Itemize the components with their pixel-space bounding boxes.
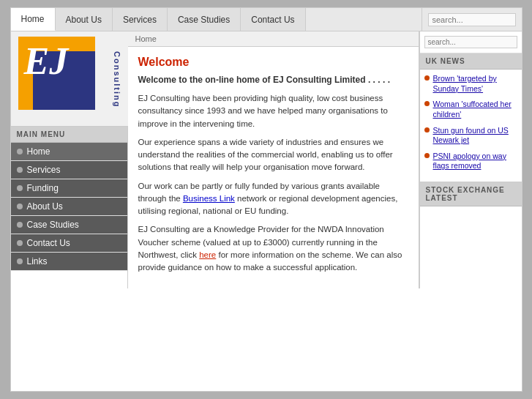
news-bullet-1 <box>424 101 430 106</box>
news-search-input[interactable] <box>424 36 517 48</box>
sidebar-bullet-links <box>17 258 23 264</box>
news-text-0: Brown 'targeted by Sunday Times' <box>433 74 517 94</box>
news-sidebar: UK NEWS Brown 'targeted by Sunday Times'… <box>419 31 522 288</box>
left-panel: EJ Consulting MAIN MENU Home Services <box>11 31 128 288</box>
search-area <box>422 8 522 31</box>
sidebar-label-links: Links <box>27 256 48 266</box>
page-wrapper: Home About Us Services Case Studies Cont… <box>0 0 532 399</box>
sidebar-item-about[interactable]: About Us <box>11 198 127 216</box>
nav-services[interactable]: Services <box>113 8 168 31</box>
logo-consulting-text: Consulting <box>93 51 121 108</box>
content-body: Welcome Welcome to the on-line home of E… <box>128 47 419 288</box>
sidebar-label-case-studies: Case Studies <box>27 220 79 230</box>
news-item-3[interactable]: PSNI apology on way flags removed <box>424 152 517 171</box>
sidebar-label-home: Home <box>27 146 50 157</box>
sidebar-label-contact: Contact Us <box>27 238 70 248</box>
site-container: Home About Us Services Case Studies Cont… <box>10 7 522 392</box>
news-text-3: PSNI apology on way flags removed <box>433 152 517 171</box>
nav-case-studies[interactable]: Case Studies <box>168 8 241 31</box>
sidebar-item-funding[interactable]: Funding <box>11 179 127 198</box>
sidebar-item-home[interactable]: Home <box>11 143 127 161</box>
news-text-2: Stun gun found on US Newark jet <box>433 126 517 146</box>
nav-home[interactable]: Home <box>11 8 56 31</box>
news-bullet-2 <box>424 127 430 133</box>
sidebar-item-contact[interactable]: Contact Us <box>11 234 127 253</box>
news-bullet-0 <box>424 75 430 81</box>
sidebar-label-funding: Funding <box>27 183 59 193</box>
sidebar-label-services: Services <box>27 165 61 175</box>
sidebar-header: MAIN MENU <box>11 127 127 143</box>
news-item-0[interactable]: Brown 'targeted by Sunday Times' <box>424 74 517 94</box>
sidebar-bullet-contact <box>17 240 23 246</box>
content-para-2: Our experience spans a wide variety of i… <box>138 136 408 174</box>
sidebar-bullet-home <box>17 149 23 154</box>
news-text-1: Woman 'suffocated her children' <box>433 100 517 119</box>
here-link[interactable]: here <box>199 250 216 259</box>
news-item-2[interactable]: Stun gun found on US Newark jet <box>424 126 517 146</box>
sidebar-item-case-studies[interactable]: Case Studies <box>11 216 127 234</box>
news-item-1[interactable]: Woman 'suffocated her children' <box>424 100 517 119</box>
sidebar-item-services[interactable]: Services <box>11 161 127 179</box>
content-para-1: EJ Consulting have been providing high q… <box>138 92 408 130</box>
stock-header: STOCK EXCHANGE LATEST <box>420 182 522 206</box>
top-nav: Home About Us Services Case Studies Cont… <box>11 8 522 31</box>
sidebar-label-about: About Us <box>27 201 63 212</box>
stock-area: STOCK EXCHANGE LATEST <box>420 182 522 206</box>
news-items: Brown 'targeted by Sunday Times' Woman '… <box>420 70 522 182</box>
sidebar-item-links[interactable]: Links <box>11 253 127 271</box>
news-header: UK NEWS <box>420 53 522 70</box>
top-right: Home Welcome Welcome to the on-line home… <box>128 31 522 288</box>
logo-graphic: EJ Consulting <box>18 37 121 121</box>
sidebar-bullet-funding <box>17 185 23 191</box>
search-input[interactable] <box>428 13 516 26</box>
welcome-subtitle: Welcome to the on-line home of EJ Consul… <box>138 75 408 85</box>
logo-ej-text: EJ <box>24 42 69 81</box>
news-search-area <box>420 31 522 53</box>
content-para-3: Our work can be partly or fully funded b… <box>138 180 408 218</box>
page-title: Welcome <box>138 56 408 69</box>
business-link[interactable]: Business Link <box>183 194 235 203</box>
main-layout: EJ Consulting MAIN MENU Home Services <box>11 31 522 288</box>
sidebar-bullet-case-studies <box>17 222 23 228</box>
sidebar-menu: MAIN MENU Home Services Funding <box>11 127 127 271</box>
logo-area: EJ Consulting <box>11 31 128 127</box>
sidebar-bullet-about <box>17 204 23 209</box>
nav-contact[interactable]: Contact Us <box>241 8 305 31</box>
sidebar-bullet-services <box>17 167 23 173</box>
content-area: Home Welcome Welcome to the on-line home… <box>128 31 419 288</box>
content-para-4: EJ Consulting are a Knowledge Provider f… <box>138 223 408 274</box>
nav-about[interactable]: About Us <box>56 8 113 31</box>
right-outer: Home Welcome Welcome to the on-line home… <box>128 31 522 288</box>
news-bullet-3 <box>424 153 430 158</box>
breadcrumb: Home <box>128 31 419 47</box>
